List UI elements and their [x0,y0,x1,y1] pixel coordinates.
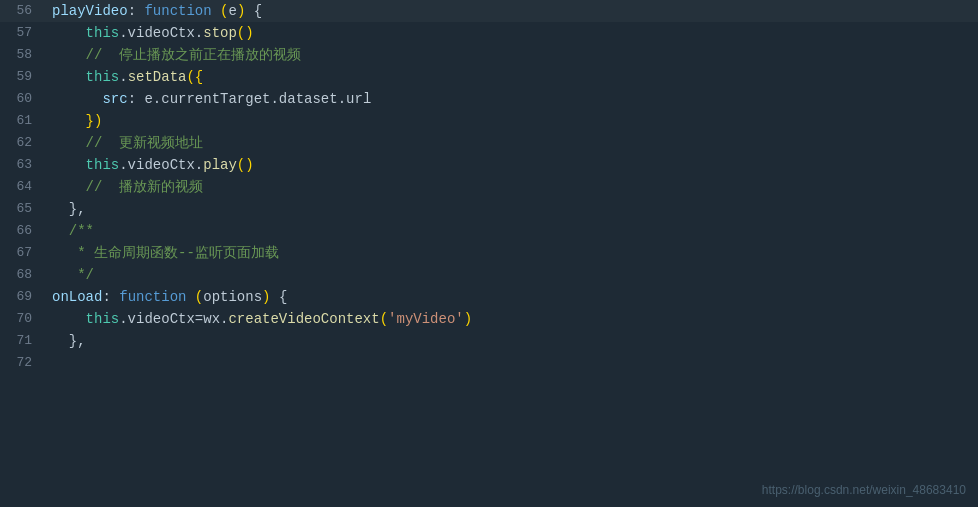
line-content: src: e.currentTarget.dataset.url [48,88,978,110]
code-editor: 56playVideo: function (e) {57 this.video… [0,0,978,507]
line-number: 58 [0,44,48,66]
line-number: 70 [0,308,48,330]
code-lines: 56playVideo: function (e) {57 this.video… [0,0,978,374]
line-number: 67 [0,242,48,264]
line-content: * 生命周期函数--监听页面加载 [48,242,978,264]
line-number: 59 [0,66,48,88]
line-content: }) [48,110,978,132]
line-number: 69 [0,286,48,308]
watermark: https://blog.csdn.net/weixin_48683410 [762,483,966,497]
line-number: 57 [0,22,48,44]
code-line: 60 src: e.currentTarget.dataset.url [0,88,978,110]
line-number: 60 [0,88,48,110]
code-line: 67 * 生命周期函数--监听页面加载 [0,242,978,264]
code-line: 68 */ [0,264,978,286]
line-content: }, [48,198,978,220]
line-content: this.videoCtx.stop() [48,22,978,44]
line-content: this.videoCtx.play() [48,154,978,176]
line-content: // 播放新的视频 [48,176,978,198]
line-number: 65 [0,198,48,220]
line-content: }, [48,330,978,352]
line-number: 63 [0,154,48,176]
code-line: 63 this.videoCtx.play() [0,154,978,176]
line-number: 68 [0,264,48,286]
line-content: */ [48,264,978,286]
code-line: 72 [0,352,978,374]
line-content: this.videoCtx=wx.createVideoContext('myV… [48,308,978,330]
line-number: 64 [0,176,48,198]
line-number: 61 [0,110,48,132]
line-number: 62 [0,132,48,154]
line-content: this.setData({ [48,66,978,88]
code-line: 69onLoad: function (options) { [0,286,978,308]
code-line: 64 // 播放新的视频 [0,176,978,198]
code-line: 58 // 停止播放之前正在播放的视频 [0,44,978,66]
code-line: 65 }, [0,198,978,220]
line-number: 66 [0,220,48,242]
code-line: 62 // 更新视频地址 [0,132,978,154]
code-line: 61 }) [0,110,978,132]
line-number: 72 [0,352,48,374]
code-line: 70 this.videoCtx=wx.createVideoContext('… [0,308,978,330]
line-number: 56 [0,0,48,22]
code-line: 59 this.setData({ [0,66,978,88]
code-line: 71 }, [0,330,978,352]
line-content: playVideo: function (e) { [48,0,978,22]
line-content: // 停止播放之前正在播放的视频 [48,44,978,66]
line-content: // 更新视频地址 [48,132,978,154]
code-line: 56playVideo: function (e) { [0,0,978,22]
code-line: 66 /** [0,220,978,242]
line-content: /** [48,220,978,242]
code-line: 57 this.videoCtx.stop() [0,22,978,44]
line-content: onLoad: function (options) { [48,286,978,308]
line-number: 71 [0,330,48,352]
